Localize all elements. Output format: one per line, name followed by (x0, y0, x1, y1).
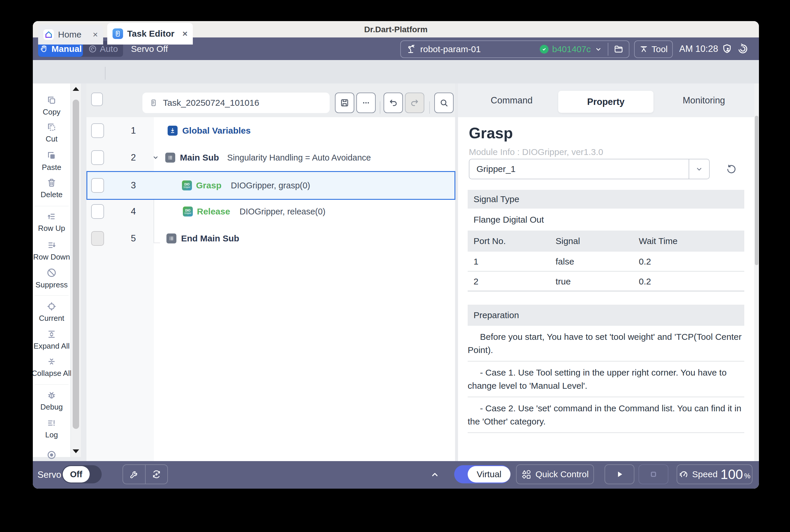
port-table-row[interactable] (468, 271, 744, 291)
speed-button[interactable]: Speed 100 % (677, 464, 752, 484)
shield-user-icon[interactable] (721, 43, 733, 55)
row-number: 3 (116, 180, 151, 191)
sidebar-item-copy[interactable]: Copy (33, 92, 70, 119)
scroll-up-arrow[interactable] (73, 87, 79, 91)
row-checkbox[interactable] (91, 178, 104, 193)
dio-gripper-icon: DIO Gripper (183, 207, 193, 216)
sidebar-scroll-thumb[interactable] (73, 100, 79, 429)
sidebar-item-suppress[interactable]: Suppress (33, 265, 70, 292)
header-separator (429, 101, 430, 114)
robot-param-selector[interactable]: robot-param-01 b401407c (400, 40, 629, 58)
sidebar-item-delete[interactable]: Delete (33, 175, 70, 202)
virtual-toggle[interactable]: Virtual (454, 465, 510, 483)
check-circle-icon (540, 45, 548, 54)
task-name-value: Task_20250724_101016 (163, 98, 259, 108)
property-scroll-thumb[interactable] (755, 116, 758, 265)
row-label: Main Sub (180, 153, 219, 163)
row-number: 5 (116, 233, 151, 244)
servo-toggle-knob[interactable]: Off (63, 466, 90, 482)
signal-type-value-row: Flange Digital Out (468, 209, 744, 231)
tab-monitoring[interactable]: Monitoring (660, 83, 748, 117)
undo-button[interactable] (383, 93, 403, 113)
row-label: Release (197, 207, 230, 216)
row-checkbox[interactable] (91, 204, 104, 219)
tab-property[interactable]: Property (558, 91, 654, 113)
sidebar-item-row-up[interactable]: Row Up (33, 209, 70, 235)
tab-command[interactable]: Command (469, 83, 554, 117)
save-button[interactable] (335, 93, 354, 113)
redo-button[interactable] (405, 93, 424, 113)
task-name-input[interactable]: Task_20250724_101016 (143, 93, 330, 113)
stop-button[interactable] (639, 464, 669, 484)
chevron-up-icon[interactable] (430, 469, 440, 480)
gripper-select[interactable]: Gripper_1 (469, 159, 710, 179)
sidebar-item-cut[interactable]: Cut (33, 119, 70, 146)
quick-control-button[interactable]: Quick Control (516, 464, 594, 484)
chevron-down-icon[interactable] (594, 45, 602, 53)
cell-port: 2 (473, 271, 478, 291)
version-group: b401407c (540, 43, 624, 56)
auto-mode-label: Auto (100, 44, 118, 54)
select-all-checkbox[interactable] (91, 93, 103, 106)
bottom-bar: Servo Off Virtual Quick Control Spe (33, 461, 759, 489)
sidebar-item-expand-all[interactable]: Expand All (33, 326, 70, 353)
tool-button[interactable]: Tool (634, 40, 673, 58)
reset-property-icon[interactable] (726, 164, 737, 175)
module-info: Module Info : DIOGripper, ver1.3.0 (469, 147, 603, 157)
row-label: Global Variables (182, 126, 250, 136)
sync-plus-icon[interactable] (146, 469, 167, 479)
scroll-down-arrow[interactable] (73, 450, 79, 453)
task-row-global-variables[interactable]: 1 Global Variables (87, 117, 455, 144)
task-row-end-main-sub[interactable]: 5 End Main Sub (87, 225, 455, 252)
tab-home[interactable]: Home × (38, 25, 103, 44)
tab-task-editor-label: Task Editor (127, 29, 174, 39)
edit-sidebar: Copy Cut Paste Delete Row Up Row Down Su… (33, 83, 70, 457)
sidebar-item-debug[interactable]: Debug (33, 387, 70, 414)
play-button[interactable] (604, 464, 634, 484)
cell-signal: true (556, 271, 571, 291)
sidebar-item-row-down[interactable]: Row Down (33, 237, 70, 264)
reset-spiral-icon[interactable] (737, 43, 748, 55)
more-button[interactable] (356, 93, 376, 113)
dio-gripper-icon: DIO Gripper (182, 180, 192, 190)
row-detail: DIOGripper, release(0) (239, 207, 325, 216)
cell-wait: 0.2 (639, 271, 651, 291)
sidebar-item-log[interactable]: Log (33, 415, 70, 442)
speed-unit: % (744, 472, 750, 480)
row-checkbox[interactable] (91, 150, 104, 165)
preparation-header: Preparation (468, 305, 744, 326)
row-number: 1 (116, 126, 151, 136)
port-table-row[interactable] (468, 252, 744, 271)
task-row-release[interactable]: 4 DIO Gripper Release DIOGripper, releas… (87, 198, 455, 225)
tab-separator (105, 67, 106, 80)
chevron-down-icon (689, 165, 709, 173)
task-editor-icon (113, 28, 123, 39)
folder-icon[interactable] (614, 44, 624, 54)
tab-task-editor[interactable]: Task Editor × (107, 23, 193, 44)
robot-arm-icon (406, 44, 416, 54)
task-row-grasp[interactable]: 3 DIO Gripper Grasp DIOGripper, grasp(0) (87, 171, 455, 200)
servo-toggle[interactable]: Off (62, 465, 102, 483)
task-row-main-sub[interactable]: 2 Main Sub Singularity Handling = Auto A… (87, 144, 455, 171)
close-icon[interactable]: × (182, 29, 188, 39)
header-separator (380, 101, 380, 114)
robot-param-name: robot-param-01 (420, 44, 481, 54)
row-checkbox[interactable] (91, 124, 104, 138)
sidebar-item-current[interactable]: Current (33, 299, 70, 325)
manual-mode-label: Manual (52, 44, 82, 54)
virtual-toggle-knob[interactable]: Virtual (468, 466, 510, 482)
search-button[interactable] (434, 93, 454, 113)
row-label: Grasp (196, 180, 222, 190)
close-icon[interactable]: × (93, 30, 98, 40)
sub-list-icon (165, 153, 175, 163)
wrench-icon[interactable] (123, 469, 145, 479)
home-icon (43, 29, 54, 40)
sidebar-item-collapse-all[interactable]: Collapse All (33, 354, 70, 381)
property-title: Grasp (469, 124, 513, 142)
row-checkbox[interactable] (91, 231, 104, 246)
col-signal: Signal (556, 231, 580, 252)
collapse-chevron-icon[interactable] (152, 154, 159, 162)
preparation-text: Before you start, You have to set 'tool … (468, 326, 744, 433)
speed-gauge-icon (679, 469, 689, 479)
sidebar-item-paste[interactable]: Paste (33, 148, 70, 175)
